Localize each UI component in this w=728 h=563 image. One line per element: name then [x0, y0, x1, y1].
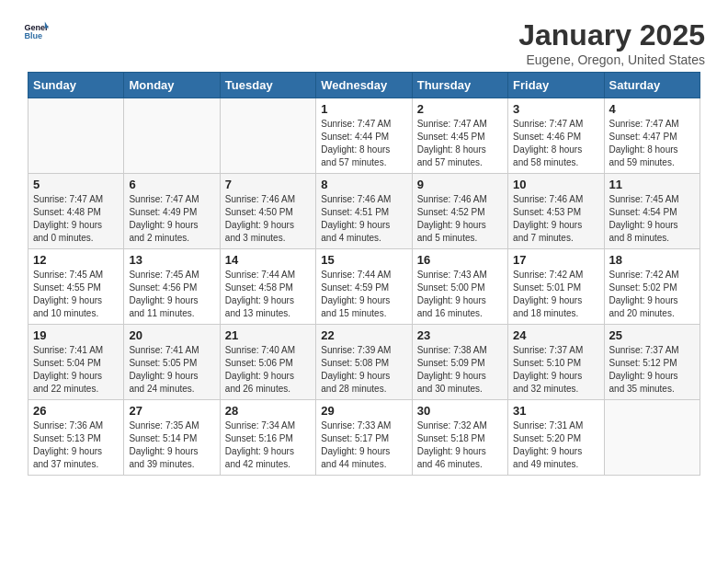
day-info: Sunrise: 7:41 AMSunset: 5:05 PMDaylight:… — [129, 344, 214, 396]
day-info: Sunrise: 7:46 AMSunset: 4:50 PMDaylight:… — [225, 193, 311, 245]
day-info: Sunrise: 7:43 AMSunset: 5:00 PMDaylight:… — [417, 269, 503, 320]
day-number: 7 — [225, 178, 311, 191]
svg-text:Blue: Blue — [24, 31, 42, 40]
day-number: 29 — [321, 404, 406, 418]
calendar-day-cell: 11 Sunrise: 7:45 AMSunset: 4:54 PMDaylig… — [604, 174, 700, 249]
calendar-day-cell: 9 Sunrise: 7:46 AMSunset: 4:52 PMDayligh… — [412, 174, 507, 249]
day-info: Sunrise: 7:37 AMSunset: 5:10 PMDaylight:… — [513, 344, 598, 396]
calendar-day-cell — [604, 400, 700, 476]
day-number: 2 — [417, 102, 503, 116]
calendar-day-cell: 26 Sunrise: 7:36 AMSunset: 5:13 PMDaylig… — [28, 400, 124, 476]
calendar-day-cell: 7 Sunrise: 7:46 AMSunset: 4:50 PMDayligh… — [220, 174, 315, 249]
day-info: Sunrise: 7:32 AMSunset: 5:18 PMDaylight:… — [417, 419, 503, 471]
day-info: Sunrise: 7:40 AMSunset: 5:06 PMDaylight:… — [225, 344, 311, 396]
day-number: 31 — [513, 404, 598, 418]
calendar-day-cell: 28 Sunrise: 7:34 AMSunset: 5:16 PMDaylig… — [220, 400, 315, 476]
day-number: 5 — [33, 178, 119, 191]
day-number: 17 — [513, 253, 598, 267]
calendar-day-cell: 15 Sunrise: 7:44 AMSunset: 4:59 PMDaylig… — [316, 249, 412, 325]
day-info: Sunrise: 7:37 AMSunset: 5:12 PMDaylight:… — [609, 344, 695, 396]
day-number: 27 — [129, 404, 214, 418]
logo: General Blue — [23, 18, 49, 44]
calendar-day-cell: 29 Sunrise: 7:33 AMSunset: 5:17 PMDaylig… — [316, 400, 412, 476]
header-friday: Friday — [508, 73, 604, 98]
day-info: Sunrise: 7:47 AMSunset: 4:44 PMDaylight:… — [321, 118, 406, 169]
calendar-day-cell: 4 Sunrise: 7:47 AMSunset: 4:47 PMDayligh… — [604, 98, 700, 174]
calendar-day-cell: 22 Sunrise: 7:39 AMSunset: 5:08 PMDaylig… — [316, 325, 412, 400]
day-info: Sunrise: 7:46 AMSunset: 4:51 PMDaylight:… — [321, 193, 406, 245]
day-info: Sunrise: 7:45 AMSunset: 4:56 PMDaylight:… — [129, 269, 214, 320]
day-number: 1 — [321, 102, 406, 116]
day-number: 28 — [225, 404, 311, 418]
day-number: 12 — [33, 253, 119, 267]
weekday-header-row: Sunday Monday Tuesday Wednesday Thursday… — [28, 73, 700, 98]
day-info: Sunrise: 7:47 AMSunset: 4:47 PMDaylight:… — [609, 118, 695, 169]
calendar-week-row: 19 Sunrise: 7:41 AMSunset: 5:04 PMDaylig… — [28, 325, 700, 400]
day-info: Sunrise: 7:35 AMSunset: 5:14 PMDaylight:… — [129, 419, 214, 471]
calendar-day-cell: 20 Sunrise: 7:41 AMSunset: 5:05 PMDaylig… — [124, 325, 220, 400]
day-number: 11 — [609, 178, 695, 191]
calendar-week-row: 5 Sunrise: 7:47 AMSunset: 4:48 PMDayligh… — [28, 174, 700, 249]
day-number: 21 — [225, 328, 311, 342]
calendar-day-cell — [220, 98, 315, 174]
day-info: Sunrise: 7:45 AMSunset: 4:54 PMDaylight:… — [609, 193, 695, 245]
day-info: Sunrise: 7:41 AMSunset: 5:04 PMDaylight:… — [33, 344, 119, 396]
day-number: 23 — [417, 328, 503, 342]
day-number: 25 — [609, 328, 695, 342]
header-wednesday: Wednesday — [316, 73, 412, 98]
calendar-day-cell — [28, 98, 124, 174]
day-number: 20 — [129, 328, 214, 342]
calendar-day-cell: 2 Sunrise: 7:47 AMSunset: 4:45 PMDayligh… — [412, 98, 507, 174]
day-number: 3 — [513, 102, 598, 116]
calendar-table: Sunday Monday Tuesday Wednesday Thursday… — [28, 72, 700, 476]
day-info: Sunrise: 7:31 AMSunset: 5:20 PMDaylight:… — [513, 419, 598, 471]
day-info: Sunrise: 7:38 AMSunset: 5:09 PMDaylight:… — [417, 344, 503, 396]
day-number: 24 — [513, 328, 598, 342]
day-info: Sunrise: 7:39 AMSunset: 5:08 PMDaylight:… — [321, 344, 406, 396]
calendar-day-cell: 18 Sunrise: 7:42 AMSunset: 5:02 PMDaylig… — [604, 249, 700, 325]
day-number: 6 — [129, 178, 214, 191]
calendar-day-cell: 31 Sunrise: 7:31 AMSunset: 5:20 PMDaylig… — [508, 400, 604, 476]
calendar-day-cell: 23 Sunrise: 7:38 AMSunset: 5:09 PMDaylig… — [412, 325, 507, 400]
day-info: Sunrise: 7:47 AMSunset: 4:49 PMDaylight:… — [129, 193, 214, 245]
day-number: 9 — [417, 178, 503, 191]
calendar-day-cell: 25 Sunrise: 7:37 AMSunset: 5:12 PMDaylig… — [604, 325, 700, 400]
day-info: Sunrise: 7:47 AMSunset: 4:46 PMDaylight:… — [513, 118, 598, 169]
calendar-day-cell: 13 Sunrise: 7:45 AMSunset: 4:56 PMDaylig… — [124, 249, 220, 325]
day-number: 22 — [321, 328, 406, 342]
page-header: General Blue January 2025 Eugene, Oregon… — [9, 9, 719, 72]
day-info: Sunrise: 7:44 AMSunset: 4:59 PMDaylight:… — [321, 269, 406, 320]
day-number: 30 — [417, 404, 503, 418]
day-info: Sunrise: 7:47 AMSunset: 4:48 PMDaylight:… — [33, 193, 119, 245]
calendar-day-cell: 8 Sunrise: 7:46 AMSunset: 4:51 PMDayligh… — [316, 174, 412, 249]
calendar-day-cell: 6 Sunrise: 7:47 AMSunset: 4:49 PMDayligh… — [124, 174, 220, 249]
calendar-day-cell: 3 Sunrise: 7:47 AMSunset: 4:46 PMDayligh… — [508, 98, 604, 174]
day-number: 16 — [417, 253, 503, 267]
day-info: Sunrise: 7:45 AMSunset: 4:55 PMDaylight:… — [33, 269, 119, 320]
day-info: Sunrise: 7:34 AMSunset: 5:16 PMDaylight:… — [225, 419, 311, 471]
day-info: Sunrise: 7:44 AMSunset: 4:58 PMDaylight:… — [225, 269, 311, 320]
calendar-day-cell: 10 Sunrise: 7:46 AMSunset: 4:53 PMDaylig… — [508, 174, 604, 249]
calendar-day-cell: 17 Sunrise: 7:42 AMSunset: 5:01 PMDaylig… — [508, 249, 604, 325]
day-info: Sunrise: 7:46 AMSunset: 4:53 PMDaylight:… — [513, 193, 598, 245]
calendar-day-cell: 27 Sunrise: 7:35 AMSunset: 5:14 PMDaylig… — [124, 400, 220, 476]
day-number: 4 — [609, 102, 695, 116]
calendar-day-cell — [124, 98, 220, 174]
calendar-day-cell: 19 Sunrise: 7:41 AMSunset: 5:04 PMDaylig… — [28, 325, 124, 400]
calendar-wrapper: Sunday Monday Tuesday Wednesday Thursday… — [9, 72, 719, 476]
day-info: Sunrise: 7:47 AMSunset: 4:45 PMDaylight:… — [417, 118, 503, 169]
day-number: 19 — [33, 328, 119, 342]
calendar-week-row: 12 Sunrise: 7:45 AMSunset: 4:55 PMDaylig… — [28, 249, 700, 325]
calendar-day-cell: 12 Sunrise: 7:45 AMSunset: 4:55 PMDaylig… — [28, 249, 124, 325]
day-number: 10 — [513, 178, 598, 191]
day-number: 14 — [225, 253, 311, 267]
day-number: 8 — [321, 178, 406, 191]
calendar-day-cell: 30 Sunrise: 7:32 AMSunset: 5:18 PMDaylig… — [412, 400, 507, 476]
calendar-day-cell: 1 Sunrise: 7:47 AMSunset: 4:44 PMDayligh… — [316, 98, 412, 174]
calendar-day-cell: 5 Sunrise: 7:47 AMSunset: 4:48 PMDayligh… — [28, 174, 124, 249]
header-sunday: Sunday — [28, 73, 124, 98]
day-number: 15 — [321, 253, 406, 267]
location: Eugene, Oregon, United States — [518, 52, 705, 67]
calendar-week-row: 1 Sunrise: 7:47 AMSunset: 4:44 PMDayligh… — [28, 98, 700, 174]
day-number: 13 — [129, 253, 214, 267]
